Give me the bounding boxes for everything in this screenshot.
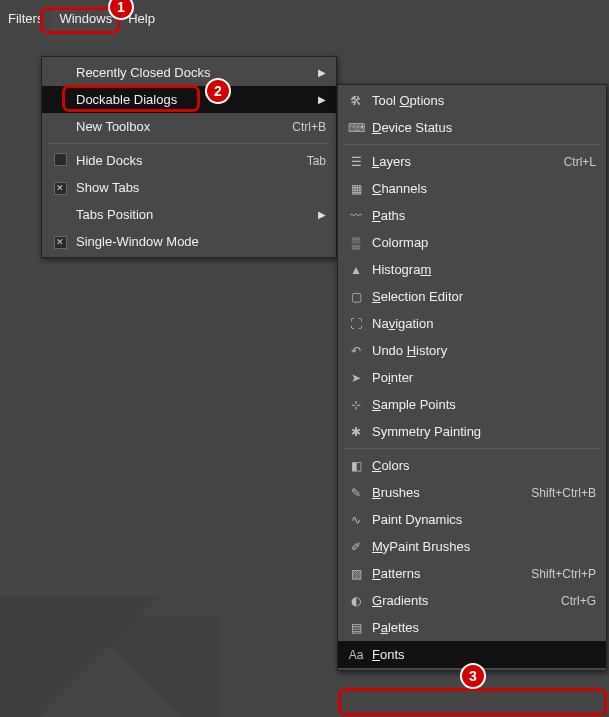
submenu-label: Pointer [366,370,596,385]
submenu-label: Paths [366,208,596,223]
submenu-arrow-icon: ▶ [314,209,326,220]
channels-icon: ▦ [346,182,366,196]
submenu-gradients[interactable]: ◐ Gradients Ctrl+G [338,587,606,614]
submenu-accel: Shift+Ctrl+P [531,567,596,581]
submenu-brushes[interactable]: ✎ Brushes Shift+Ctrl+B [338,479,606,506]
submenu-label: Fonts [366,647,596,662]
menu-accel: Ctrl+B [292,120,326,134]
palettes-icon: ▤ [346,621,366,635]
submenu-channels[interactable]: ▦ Channels [338,175,606,202]
submenu-mypaint-brushes[interactable]: ✐ MyPaint Brushes [338,533,606,560]
separator [48,143,330,144]
symmetry-icon: ✱ [346,425,366,439]
submenu-arrow-icon: ▶ [314,67,326,78]
submenu-paint-dynamics[interactable]: ∿ Paint Dynamics [338,506,606,533]
submenu-arrow-icon: ▶ [314,94,326,105]
submenu-palettes[interactable]: ▤ Palettes [338,614,606,641]
tool-options-icon: 🛠 [346,94,366,108]
dockable-dialogs-submenu: 🛠 Tool Options ⌨ Device Status ☰ Layers … [337,84,607,671]
menu-recently-closed-docks[interactable]: Recently Closed Docks ▶ [42,59,336,86]
selection-icon: ▢ [346,290,366,304]
submenu-accel: Ctrl+L [564,155,596,169]
submenu-label: Colormap [366,235,596,250]
menu-show-tabs[interactable]: ✕ Show Tabs [42,174,336,201]
submenu-label: Tool Options [366,93,596,108]
submenu-label: Patterns [366,566,531,581]
submenu-accel: Ctrl+G [561,594,596,608]
menu-label: Show Tabs [70,180,326,195]
submenu-selection-editor[interactable]: ▢ Selection Editor [338,283,606,310]
fonts-icon: Aa [346,648,366,662]
submenu-device-status[interactable]: ⌨ Device Status [338,114,606,141]
layers-icon: ☰ [346,155,366,169]
submenu-label: Sample Points [366,397,596,412]
submenu-label: Layers [366,154,564,169]
submenu-tool-options[interactable]: 🛠 Tool Options [338,87,606,114]
menu-accel: Tab [307,154,326,168]
mypaint-icon: ✐ [346,540,366,554]
submenu-label: Gradients [366,593,561,608]
checkbox-checked-icon: ✕ [54,182,67,195]
sample-points-icon: ⊹ [346,398,366,412]
checkbox-checked-icon: ✕ [54,236,67,249]
separator [344,448,600,449]
gradients-icon: ◐ [346,594,366,608]
annotation-ring-3 [338,688,607,716]
menu-label: Hide Docks [70,153,307,168]
undo-icon: ↶ [346,344,366,358]
submenu-label: Navigation [366,316,596,331]
submenu-histogram[interactable]: ▲ Histogram [338,256,606,283]
submenu-label: Histogram [366,262,596,277]
submenu-label: Brushes [366,485,531,500]
submenu-label: Channels [366,181,596,196]
submenu-colormap[interactable]: ▒ Colormap [338,229,606,256]
submenu-label: MyPaint Brushes [366,539,596,554]
menu-single-window-mode[interactable]: ✕ Single-Window Mode [42,228,336,255]
navigation-icon: ⛶ [346,317,366,331]
windows-menu: Recently Closed Docks ▶ Dockable Dialogs… [41,56,337,258]
submenu-label: Paint Dynamics [366,512,596,527]
menu-label: Dockable Dialogs [70,92,314,107]
colors-icon: ◧ [346,459,366,473]
annotation-badge-3: 3 [460,663,486,689]
submenu-undo-history[interactable]: ↶ Undo History [338,337,606,364]
submenu-accel: Shift+Ctrl+B [531,486,596,500]
submenu-navigation[interactable]: ⛶ Navigation [338,310,606,337]
submenu-symmetry-painting[interactable]: ✱ Symmetry Painting [338,418,606,445]
menu-tabs-position[interactable]: Tabs Position ▶ [42,201,336,228]
paths-icon: 〰 [346,209,366,223]
submenu-label: Undo History [366,343,596,358]
menu-dockable-dialogs[interactable]: Dockable Dialogs ▶ [42,86,336,113]
submenu-paths[interactable]: 〰 Paths [338,202,606,229]
submenu-colors[interactable]: ◧ Colors [338,452,606,479]
menu-label: New Toolbox [70,119,292,134]
menu-label: Tabs Position [70,207,314,222]
pointer-icon: ➤ [346,371,366,385]
menu-hide-docks[interactable]: Hide Docks Tab [42,147,336,174]
submenu-layers[interactable]: ☰ Layers Ctrl+L [338,148,606,175]
submenu-pointer[interactable]: ➤ Pointer [338,364,606,391]
menu-label: Recently Closed Docks [70,65,314,80]
separator [344,144,600,145]
menu-label: Single-Window Mode [70,234,326,249]
dynamics-icon: ∿ [346,513,366,527]
submenu-label: Palettes [366,620,596,635]
menubar-filters[interactable]: Filters [0,6,51,31]
menu-new-toolbox[interactable]: New Toolbox Ctrl+B [42,113,336,140]
menubar: Filters Windows Help [0,0,609,28]
annotation-badge-2: 2 [205,78,231,104]
histogram-icon: ▲ [346,263,366,277]
submenu-label: Device Status [366,120,596,135]
submenu-label: Selection Editor [366,289,596,304]
submenu-label: Symmetry Painting [366,424,596,439]
patterns-icon: ▨ [346,567,366,581]
checkbox-icon [54,153,67,166]
brushes-icon: ✎ [346,486,366,500]
submenu-label: Colors [366,458,596,473]
submenu-sample-points[interactable]: ⊹ Sample Points [338,391,606,418]
submenu-patterns[interactable]: ▨ Patterns Shift+Ctrl+P [338,560,606,587]
device-icon: ⌨ [346,121,366,135]
colormap-icon: ▒ [346,236,366,250]
